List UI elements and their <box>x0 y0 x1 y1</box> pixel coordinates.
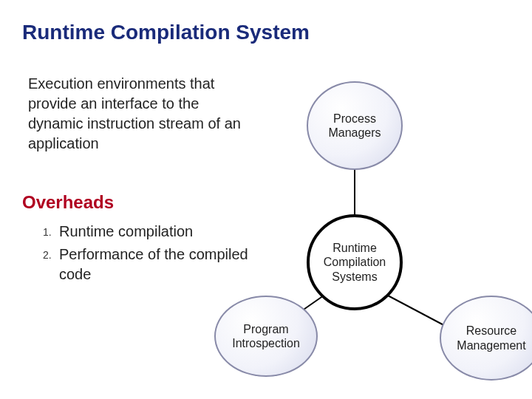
svg-line-2 <box>388 296 451 329</box>
svg-line-1 <box>292 296 324 318</box>
node-program-introspection: Program Introspection <box>214 296 318 377</box>
list-number: 1. <box>43 222 59 242</box>
node-runtime-compilation-systems: Runtime Compilation Systems <box>307 214 403 310</box>
node-resource-management: Resource Management <box>440 296 532 381</box>
list-item: 2. Performance of the compiled code <box>43 245 265 284</box>
list-text: Runtime compilation <box>59 222 265 242</box>
intro-paragraph: Execution environments that provide an i… <box>28 74 257 154</box>
overheads-heading: Overheads <box>22 192 114 213</box>
list-item: 1. Runtime compilation <box>43 222 265 242</box>
list-number: 2. <box>43 245 59 284</box>
slide-title: Runtime Compilation System <box>22 21 310 44</box>
overheads-list: 1. Runtime compilation 2. Performance of… <box>43 222 265 287</box>
list-text: Performance of the compiled code <box>59 245 265 284</box>
node-process-managers: Process Managers <box>307 81 403 170</box>
